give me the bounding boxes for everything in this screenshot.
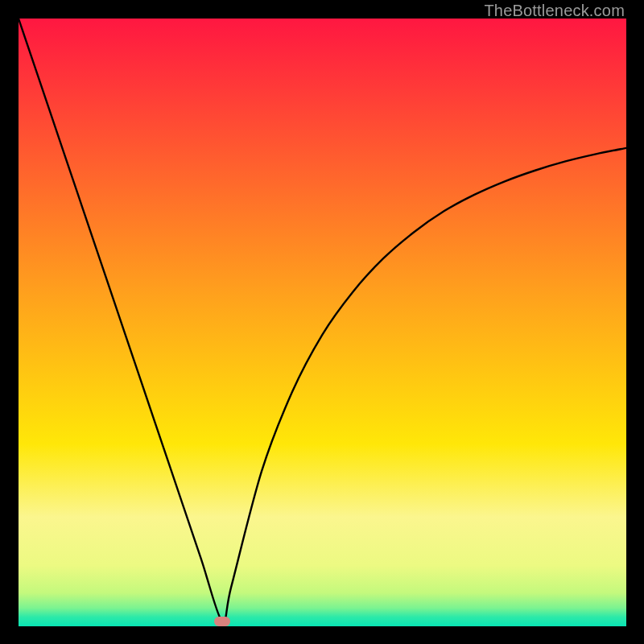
- optimum-marker: [214, 617, 230, 626]
- chart-frame: TheBottleneck.com: [0, 0, 644, 644]
- bottleneck-curve: [19, 19, 626, 626]
- plot-area: [19, 19, 626, 626]
- watermark-text: TheBottleneck.com: [484, 2, 625, 20]
